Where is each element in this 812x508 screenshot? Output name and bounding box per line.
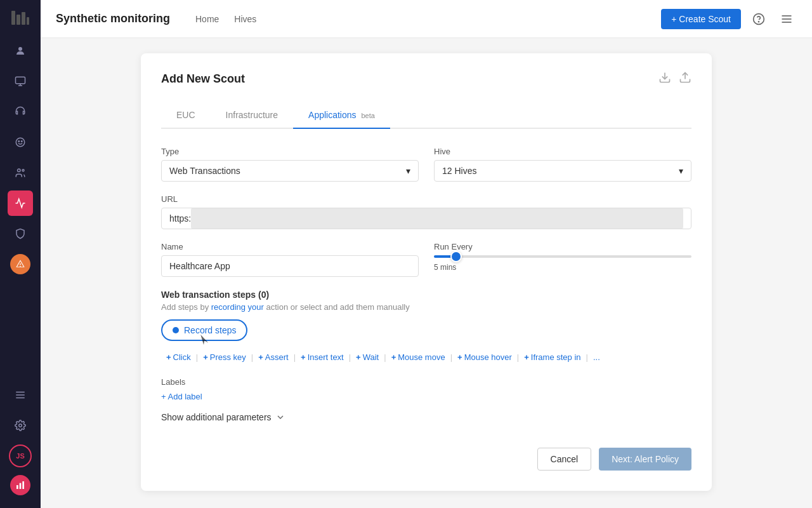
card-header-actions bbox=[658, 71, 691, 87]
card-header: Add New Scout bbox=[161, 71, 691, 87]
svg-point-8 bbox=[22, 141, 23, 142]
sidebar: JS bbox=[0, 0, 41, 508]
svg-point-9 bbox=[18, 169, 21, 172]
click-action-button[interactable]: + Click bbox=[161, 350, 196, 364]
url-row: URL https: bbox=[161, 194, 691, 229]
svg-rect-16 bbox=[20, 483, 22, 489]
users-icon[interactable] bbox=[8, 160, 33, 185]
steps-desc: Add steps by recording your action or se… bbox=[161, 302, 691, 312]
hive-group: Hive 12 Hives ▾ bbox=[434, 147, 691, 182]
activity-icon[interactable] bbox=[8, 190, 33, 216]
card-title: Add New Scout bbox=[161, 72, 245, 86]
svg-point-7 bbox=[18, 141, 20, 142]
run-every-value: 5 mins bbox=[434, 263, 691, 272]
add-scout-card: Add New Scout EUC Infrastructure Applica… bbox=[141, 53, 712, 491]
url-prefix: https: bbox=[169, 213, 191, 224]
tabs: EUC Infrastructure Applications beta bbox=[161, 102, 691, 129]
settings-icon[interactable] bbox=[8, 413, 33, 438]
mouse-move-action-button[interactable]: + Mouse move bbox=[386, 350, 450, 364]
insert-text-action-button[interactable]: + Insert text bbox=[296, 350, 349, 364]
name-group: Name bbox=[161, 242, 419, 277]
svg-rect-17 bbox=[22, 481, 24, 489]
svg-point-6 bbox=[16, 138, 25, 147]
svg-rect-15 bbox=[16, 485, 18, 489]
headset-icon[interactable] bbox=[8, 99, 33, 124]
mouse-hover-action-button[interactable]: + Mouse hover bbox=[452, 350, 517, 364]
alert-badge-icon[interactable] bbox=[10, 254, 30, 274]
type-label: Type bbox=[161, 147, 419, 156]
url-input-wrapper: https: bbox=[161, 208, 691, 229]
create-scout-button[interactable]: + Create Scout bbox=[661, 9, 741, 29]
steps-title: Web transaction steps (0) bbox=[161, 290, 691, 300]
tab-applications[interactable]: Applications beta bbox=[293, 102, 390, 129]
steps-section: Web transaction steps (0) Add steps by r… bbox=[161, 290, 691, 364]
assert-action-button[interactable]: + Assert bbox=[253, 350, 293, 364]
add-label-button[interactable]: + Add label bbox=[161, 392, 202, 401]
step-actions: + Click | + Press key | + Assert | + Ins… bbox=[161, 350, 691, 364]
labels-title: Labels bbox=[161, 377, 691, 387]
face-icon[interactable] bbox=[8, 130, 33, 155]
cancel-button[interactable]: Cancel bbox=[537, 448, 592, 471]
js-icon[interactable]: JS bbox=[9, 444, 32, 467]
menu-icon[interactable] bbox=[776, 9, 797, 29]
url-group: URL https: bbox=[161, 194, 691, 229]
recording-link[interactable]: recording your bbox=[211, 302, 264, 312]
run-every-group: Run Every 5 mins bbox=[434, 242, 691, 277]
hive-label: Hive bbox=[434, 147, 691, 156]
svg-point-10 bbox=[22, 170, 24, 171]
next-button[interactable]: Next: Alert Policy bbox=[599, 448, 691, 471]
nav-home[interactable]: Home bbox=[195, 14, 219, 24]
type-group: Type Web Transactions ▾ bbox=[161, 147, 419, 182]
name-input[interactable] bbox=[161, 255, 419, 277]
desktop-icon[interactable] bbox=[8, 69, 33, 94]
svg-rect-1 bbox=[16, 15, 20, 25]
content-area: Add New Scout EUC Infrastructure Applica… bbox=[41, 38, 812, 508]
name-run-row: Name Run Every 5 mins bbox=[161, 242, 691, 277]
name-label: Name bbox=[161, 242, 419, 251]
chevron-down-icon: ▾ bbox=[406, 166, 410, 176]
topbar: Synthetic monitoring Home Hives + Create… bbox=[41, 0, 812, 38]
labels-section: Labels + Add label bbox=[161, 377, 691, 402]
press-key-action-button[interactable]: + Press key bbox=[198, 350, 251, 364]
run-every-slider[interactable] bbox=[434, 255, 691, 258]
app-title: Synthetic monitoring bbox=[56, 12, 170, 25]
list-icon[interactable] bbox=[8, 382, 33, 408]
download-icon[interactable] bbox=[658, 71, 671, 87]
card-footer: Cancel Next: Alert Policy bbox=[161, 440, 691, 471]
tab-infrastructure[interactable]: Infrastructure bbox=[211, 102, 293, 129]
svg-rect-2 bbox=[22, 12, 25, 25]
type-hive-row: Type Web Transactions ▾ Hive 12 Hives ▾ bbox=[161, 147, 691, 182]
chart-bottom-icon[interactable] bbox=[10, 475, 30, 495]
main-area: Synthetic monitoring Home Hives + Create… bbox=[41, 0, 812, 508]
topbar-nav: Home Hives bbox=[195, 14, 256, 24]
help-icon[interactable] bbox=[749, 9, 769, 29]
slider-wrapper: 5 mins bbox=[434, 255, 691, 272]
user-icon[interactable] bbox=[8, 38, 33, 64]
wait-action-button[interactable]: + Wait bbox=[351, 350, 384, 364]
topbar-actions: + Create Scout bbox=[661, 9, 797, 29]
nav-hives[interactable]: Hives bbox=[234, 14, 256, 24]
hive-select[interactable]: 12 Hives ▾ bbox=[434, 160, 691, 182]
iframe-step-in-action-button[interactable]: + Iframe step in bbox=[519, 350, 586, 364]
type-select[interactable]: Web Transactions ▾ bbox=[161, 160, 419, 182]
svg-point-4 bbox=[18, 47, 22, 51]
additional-params[interactable]: Show additional parameters bbox=[161, 412, 691, 422]
tab-euc[interactable]: EUC bbox=[161, 102, 211, 129]
sidebar-logo bbox=[10, 8, 30, 28]
shield-icon[interactable] bbox=[8, 221, 33, 246]
run-every-label: Run Every bbox=[434, 242, 691, 251]
svg-rect-5 bbox=[16, 77, 25, 84]
url-label: URL bbox=[161, 194, 691, 204]
url-input[interactable] bbox=[191, 208, 683, 229]
chevron-down-icon bbox=[275, 412, 285, 422]
svg-point-14 bbox=[19, 424, 22, 427]
svg-rect-3 bbox=[27, 17, 29, 25]
chevron-down-icon: ▾ bbox=[679, 166, 683, 176]
record-steps-button[interactable]: Record steps bbox=[161, 319, 247, 341]
more-actions-button[interactable]: ... bbox=[588, 350, 605, 364]
upload-icon[interactable] bbox=[679, 71, 691, 87]
record-dot bbox=[173, 327, 179, 333]
svg-rect-0 bbox=[11, 11, 15, 25]
